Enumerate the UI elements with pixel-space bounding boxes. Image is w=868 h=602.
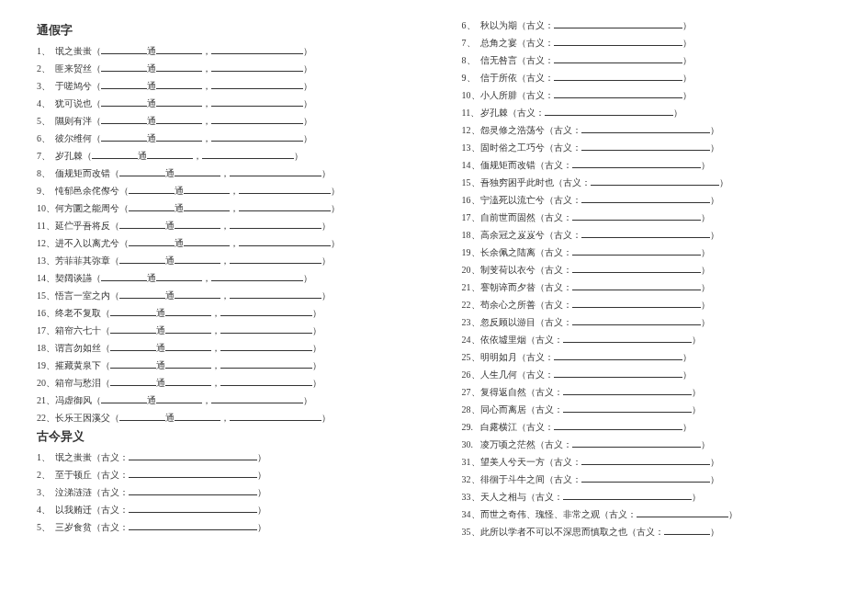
blank [129,520,257,530]
gujin-item: 12、怨灵修之浩荡兮（古义：） [462,123,832,137]
item-text: 延伫乎吾将反 [55,220,110,233]
blank [101,114,147,124]
paren-close: ） [303,45,312,58]
item-num: 3、 [37,80,55,93]
blank [129,503,257,513]
gujin-item: 14、偭规矩而改错（古义：） [462,158,832,172]
blank [202,149,294,159]
blank [110,306,156,316]
item-text: 摧藏黄泉下 [55,359,101,372]
item-num: 11、 [37,220,55,233]
gujin-item: 20、制芰荷以衣兮（古义：） [462,263,832,277]
gujin-item: 19、长余佩之陆离（古义：） [462,245,832,259]
blank [101,79,147,89]
item-text: 何方圜之能周兮 [55,202,119,215]
item-num: 15、 [462,176,480,189]
item-text: 泣涕涟涟 [55,486,92,499]
item-text: 明明如月 [480,351,517,364]
blank [572,263,701,273]
tongjia-item: 3、于嗟鸠兮（通，） [37,79,407,93]
gujin-item: 1、氓之蚩蚩（古义：） [37,450,407,464]
item-num: 29. [462,422,480,432]
gujin-item: 11、 岁孔棘（古义：） [462,106,832,119]
item-num: 4、 [37,504,55,517]
item-num: 21、 [37,394,55,407]
item-text: 箱帘六七十 [55,324,101,337]
blank [119,411,165,421]
blank [563,385,692,395]
gujin-item: 31、望美人兮天一方（古义：） [462,455,832,469]
item-text: 偭规矩而改错 [480,159,535,172]
tongjia-item: 13、芳菲菲其弥章（通，） [37,254,407,267]
tongjia-item: 14、契阔谈讌（通，） [37,271,407,285]
blank [581,141,710,151]
blank [119,219,165,229]
gujin-item: 34、而世之奇伟、瑰怪、非常之观（古义：） [462,507,832,521]
blank [165,324,211,334]
gujin-item: 15、吾独穷困乎此时也（古义：） [462,176,832,189]
blank [591,176,719,186]
item-text: 白露横江 [480,421,517,434]
tongjia-item: 16、终老不复取（通，） [37,306,407,320]
item-num: 27、 [462,386,480,399]
blank [211,44,303,54]
gujin-item: 17、自前世而固然（古义：） [462,210,832,224]
item-num: 10、 [37,202,55,215]
blank [175,166,220,176]
blank [554,53,682,63]
gujin-item: 35、此所以学者不可以不深思而慎取之也（古义：） [462,525,832,539]
blank [545,106,673,116]
tongjia-item: 5、隰则有泮（通，） [37,114,407,128]
blank [572,245,701,256]
item-text: 悟言一室之内 [55,290,110,302]
blank [165,376,211,386]
blank [211,131,303,142]
blank [637,507,728,517]
blank [239,184,331,194]
blank [129,450,257,460]
blank [581,472,710,483]
item-num: 8、 [37,167,55,180]
item-num: 30. [462,439,480,449]
item-text: 复得返自然 [480,386,526,399]
blank [110,324,156,334]
item-num: 20、 [37,377,55,390]
guyi-label: 古义： [101,451,129,464]
blank [211,393,303,403]
blank [664,525,710,535]
gujin-item: 6、秋以为期（古义：） [462,18,832,32]
blank [165,358,211,369]
item-num: 35、 [462,526,480,539]
gujin-item: 33、天人之相与（古义：） [462,490,832,504]
item-num: 15、 [37,290,55,302]
blank [220,358,312,369]
gujin-item: 23、忽反顾以游目（古义：） [462,315,832,329]
item-text: 苟余心之所善 [480,299,535,312]
item-text: 人生几何 [480,369,517,381]
blank [119,254,165,264]
blank [184,201,230,211]
tongjia-item: 19、摧藏黄泉下（通，） [37,358,407,372]
item-text: 犹可说也 [55,97,92,110]
blank [220,324,312,334]
blank [220,376,312,386]
tongjia-item: 20、箱帘与愁泪（通，） [37,376,407,390]
tongjia-item: 10、何方圜之能周兮（通，） [37,201,407,215]
blank [110,376,156,386]
section-title-tongjia: 通假字 [37,22,407,39]
item-text: 依依墟里烟 [480,334,526,346]
item-num: 31、 [462,456,480,469]
item-text: 偭规矩而改错 [55,167,110,180]
item-text: 总角之宴 [480,37,517,50]
blank [156,97,202,107]
item-num: 33、 [462,491,480,504]
item-num: 5、 [37,521,55,534]
tongjia-item: 11、延伫乎吾将反（通，） [37,219,407,233]
blank [165,306,211,316]
gujin-item: 21、謇朝谇而夕替（古义：） [462,280,832,294]
item-text: 宁溘死以流亡兮 [480,194,545,207]
blank [119,166,165,176]
gujin-item: 27、复得返自然（古义：） [462,385,832,399]
paren-open: （ [92,45,101,58]
gujin-item: 2、至于顿丘（古义：） [37,468,407,482]
